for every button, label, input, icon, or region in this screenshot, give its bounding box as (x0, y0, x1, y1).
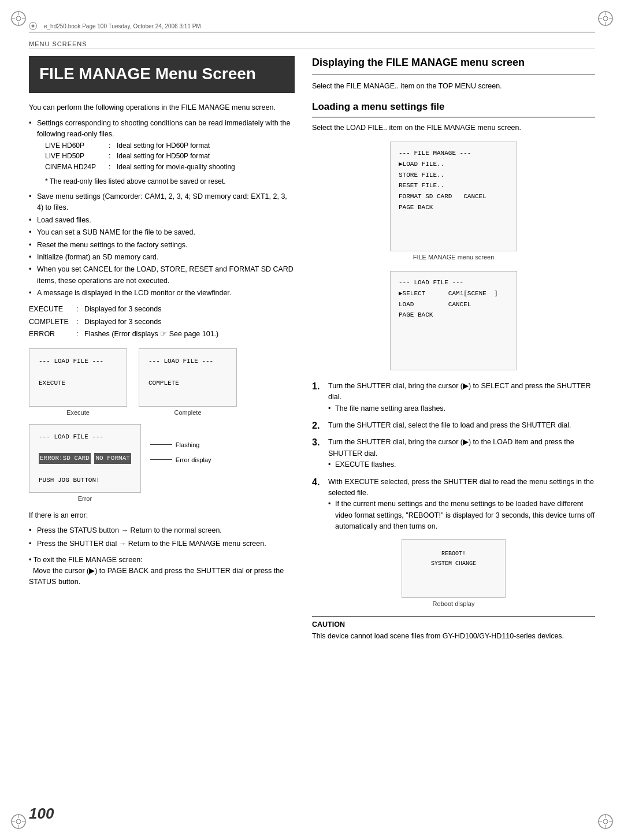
step-4: 4. With EXECUTE selected, press the SHUT… (312, 477, 595, 533)
lcd-error-line1: --- LOAD FILE --- (39, 432, 131, 443)
lcd-execute-screen: --- LOAD FILE --- EXECUTE (29, 348, 127, 407)
lcd-error-line6: PUSH JOG BUTTON! (39, 475, 131, 486)
lcd-execute-line3: EXECUTE (39, 378, 117, 389)
lcd-complete-line1: --- LOAD FILE --- (148, 356, 227, 367)
bullet-load: Load saved files. (29, 215, 295, 226)
bullet-item-settings: Settings corresponding to shooting condi… (29, 118, 295, 187)
fm-line2: ▶LOAD FILE.. (399, 159, 508, 170)
status-table: EXECUTE : Displayed for 3 seconds COMPLE… (29, 303, 295, 340)
step-1: 1. Turn the SHUTTER dial, bring the curs… (312, 381, 595, 414)
step-2: 2. Turn the SHUTTER dial, select the fil… (312, 420, 595, 431)
if-error-section: If there is an error: Press the STATUS b… (29, 510, 295, 588)
error-annotations: Flashing Error display (150, 441, 211, 463)
lcd-execute-caption: Execute (66, 409, 90, 416)
lcd-error-line4: NO FORMAT (94, 453, 131, 464)
lcd-error-line5 (39, 464, 131, 475)
reboot-line2: SYSTEM CHANGE (419, 559, 488, 568)
status-row-execute: EXECUTE : Displayed for 3 seconds (29, 303, 295, 315)
fm-spacer2 (399, 224, 508, 235)
step-1-number: 1. (312, 381, 324, 392)
right-section2-body: Select the LOAD FILE.. item on the FILE … (312, 122, 595, 133)
section-header: MENU SCREENS (29, 40, 595, 49)
if-error-bullet-1: Press the STATUS button → Return to the … (29, 525, 295, 536)
lf-spacer2 (399, 332, 508, 343)
lf-line3: LOAD CANCEL (399, 299, 508, 310)
lcd-execute-line1: --- LOAD FILE --- (39, 356, 117, 367)
fm-line6: PAGE BACK (399, 202, 508, 213)
if-error-intro: If there is an error: (29, 510, 295, 521)
lcd-error-caption: Error (78, 495, 92, 502)
dot-circle-left (29, 22, 37, 30)
corner-mark-tr (597, 10, 614, 27)
corner-mark-br (597, 813, 614, 830)
right-section1-title: Displaying the FILE MANAGE menu screen (312, 56, 595, 75)
annotation-flashing: Flashing (150, 441, 211, 448)
readonly-row-hd60p: LIVE HD60P : Ideal setting for HD60P for… (45, 140, 295, 151)
if-error-list: Press the STATUS button → Return to the … (29, 525, 295, 550)
reboot-caption: Reboot display (433, 600, 475, 607)
bullet-save: Save menu settings (Camcorder: CAM1, 2, … (29, 191, 295, 214)
caution-box: CAUTION This device cannot load scene fi… (312, 616, 595, 642)
reboot-spacer2 (419, 578, 488, 588)
numbered-steps: 1. Turn the SHUTTER dial, bring the curs… (312, 381, 595, 533)
lcd-execute-line4 (39, 388, 117, 399)
ann-line-flashing (150, 444, 172, 445)
ann-label-error: Error display (176, 456, 211, 463)
readonly-files-table: LIVE HD60P : Ideal setting for HD60P for… (45, 140, 295, 173)
right-lcd-file-manage-wrap: --- FILE MANAGE --- ▶LOAD FILE.. STORE F… (312, 142, 595, 267)
reboot-line1: REBOOT! (419, 549, 488, 559)
right-lcd-load-file-wrap: --- LOAD FILE --- ▶SELECT CAM1[SCENE ] L… (312, 271, 595, 373)
lf-spacer4 (399, 353, 508, 364)
bullet-init: Initialize (format) an SD memory card. (29, 252, 295, 263)
lcd-complete-screen: --- LOAD FILE --- COMPLETE (139, 348, 237, 407)
step-3-number: 3. (312, 437, 324, 448)
page-number: 100 (29, 805, 54, 823)
page-title: FILE MANAGE Menu Screen (39, 64, 284, 84)
right-section1-body: Select the FILE MANAGE.. item on the TOP… (312, 81, 595, 92)
lcd-screens-row: --- LOAD FILE --- EXECUTE Execute --- LO… (29, 348, 295, 416)
lcd-complete-line2 (148, 367, 227, 378)
lf-line2: ▶SELECT CAM1[SCENE ] (399, 288, 508, 299)
ann-label-flashing: Flashing (176, 441, 200, 448)
top-file-bar: e_hd250.book Page 100 Tuesday, October 2… (29, 22, 595, 32)
readonly-row-cinema: CINEMA HD24P : Ideal setting for movie-q… (45, 162, 295, 173)
content-wrapper: MENU SCREENS FILE MANAGE Menu Screen You… (29, 40, 595, 811)
lf-line1: --- LOAD FILE --- (399, 277, 508, 288)
intro-text: You can perform the following operations… (29, 102, 295, 113)
fm-line5: FORMAT SD CARD CANCEL (399, 191, 508, 202)
fm-line4: RESET FILE.. (399, 180, 508, 191)
lf-line4: PAGE BACK (399, 310, 508, 321)
lcd-error-line2 (39, 443, 131, 454)
readonly-row-hd50p: LIVE HD50P : Ideal setting for HD50P for… (45, 151, 295, 162)
step-1-content: Turn the SHUTTER dial, bring the cursor … (328, 381, 595, 414)
bullet-message: A message is displayed in the LCD monito… (29, 288, 295, 299)
svg-point-1 (16, 16, 21, 21)
main-bullet-list: Settings corresponding to shooting condi… (29, 118, 295, 299)
bullet-cancel: When you set CANCEL for the LOAD, STORE,… (29, 264, 295, 287)
svg-point-7 (603, 16, 608, 21)
annotation-error-display: Error display (150, 456, 211, 463)
fm-spacer3 (399, 235, 508, 246)
fm-line1: --- FILE MANAGE --- (399, 148, 508, 159)
status-row-complete: COMPLETE : Displayed for 3 seconds (29, 316, 295, 328)
left-column: FILE MANAGE Menu Screen You can perform … (29, 56, 295, 642)
fm-spacer1 (399, 213, 508, 224)
step-3: 3. Turn the SHUTTER dial, bring the curs… (312, 437, 595, 470)
lf-spacer3 (399, 343, 508, 354)
reboot-spacer1 (419, 568, 488, 578)
reboot-wrap: REBOOT! SYSTEM CHANGE Reboot display (312, 539, 595, 612)
svg-point-13 (16, 819, 21, 824)
lf-spacer1 (399, 321, 508, 332)
status-row-error: ERROR : Flashes (Error displays ☞ See pa… (29, 328, 295, 340)
lcd-error-line3: ERROR:SD CARD (39, 453, 91, 464)
lcd-complete-line3: COMPLETE (148, 378, 227, 389)
step-2-content: Turn the SHUTTER dial, select the file t… (328, 420, 595, 431)
lcd-complete-line4 (148, 388, 227, 399)
step-3-sub: EXECUTE flashes. (328, 459, 595, 470)
lcd-error-screen: --- LOAD FILE --- ERROR:SD CARD NO FORMA… (29, 424, 141, 493)
file-info-text: e_hd250.book Page 100 Tuesday, October 2… (44, 23, 201, 29)
right-lcd-load-file: --- LOAD FILE --- ▶SELECT CAM1[SCENE ] L… (390, 271, 517, 370)
if-error-exit: • To exit the FILE MANAGE screen: Move t… (29, 555, 295, 588)
right-lcd-file-manage-caption: FILE MANAGE menu screen (413, 254, 495, 261)
step-1-sub: The file name setting area flashes. (328, 403, 595, 414)
